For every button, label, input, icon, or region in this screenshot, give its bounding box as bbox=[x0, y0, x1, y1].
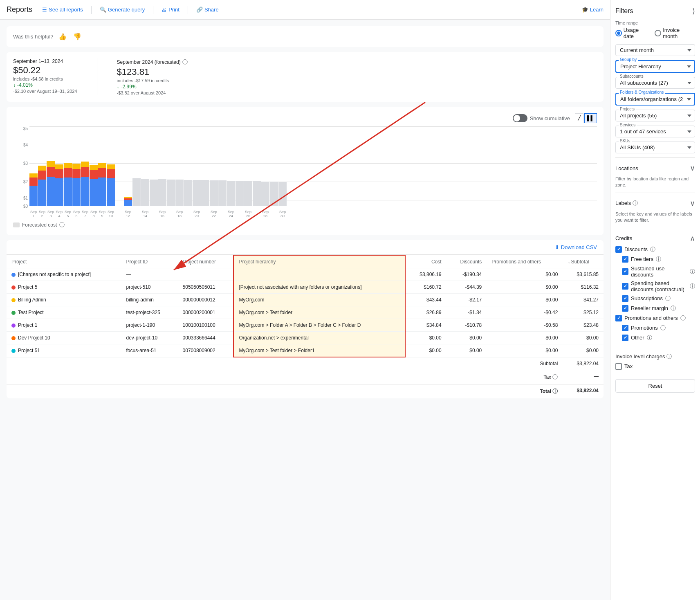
see-all-reports-link[interactable]: ☰ See all reports bbox=[39, 5, 86, 14]
promotions-help-icon[interactable]: ⓘ bbox=[680, 315, 686, 322]
other-checkbox[interactable]: Other ⓘ bbox=[615, 333, 695, 343]
project-dot bbox=[11, 336, 16, 340]
invoice-tax-checkbox[interactable]: Tax bbox=[615, 362, 695, 371]
sustained-use-checkbox[interactable]: Sustained use discounts ⓘ bbox=[615, 264, 695, 279]
skus-select[interactable]: All SKUs (408) bbox=[615, 142, 695, 153]
credits-section: Credits ∧ Discounts ⓘ Free tiers ⓘ Susta… bbox=[615, 232, 695, 343]
spending-based-checkbox[interactable]: Spending based discounts (contractual) ⓘ bbox=[615, 279, 695, 294]
usage-date-radio[interactable]: Usage date bbox=[615, 27, 650, 39]
discounts-help-icon[interactable]: ⓘ bbox=[650, 246, 655, 253]
bar-sep17 bbox=[167, 180, 175, 206]
cumulative-label: Show cumulative bbox=[530, 115, 570, 121]
learn-link[interactable]: 🎓 Learn bbox=[582, 7, 604, 13]
promotions-sub-help[interactable]: ⓘ bbox=[660, 324, 666, 332]
free-tiers-cb bbox=[622, 256, 628, 263]
bar-sep4 bbox=[55, 164, 63, 206]
subscriptions-checkbox[interactable]: Subscriptions ⓘ bbox=[615, 294, 695, 303]
col-project: Project bbox=[7, 255, 121, 268]
other-help[interactable]: ⓘ bbox=[647, 334, 652, 342]
subaccounts-select[interactable]: All subaccounts (27) bbox=[615, 77, 695, 89]
bar-sep21 bbox=[201, 180, 209, 206]
col-subtotal: ↓ Subtotal bbox=[563, 255, 604, 268]
project-cell: Project 5 bbox=[7, 281, 121, 294]
share-link[interactable]: 🔗 Share bbox=[193, 5, 222, 14]
projects-select[interactable]: All projects (55) bbox=[615, 110, 695, 121]
bar-sep9 bbox=[98, 163, 106, 206]
bar-sep14 bbox=[141, 179, 149, 206]
toggle-switch[interactable] bbox=[513, 114, 527, 122]
cost-table: Project Project ID Project number Projec… bbox=[7, 255, 604, 398]
thumbs-down-button[interactable]: 👎 bbox=[72, 31, 83, 42]
period1-change-note: -$2.10 over August 19–31, 2024 bbox=[13, 89, 77, 94]
labels-header[interactable]: Labels ⓘ ∨ bbox=[615, 197, 695, 209]
forecasted-help-icon[interactable]: ⓘ bbox=[59, 221, 65, 229]
services-select[interactable]: 1 out of 47 services bbox=[615, 126, 695, 137]
skus-wrapper: SKUs All SKUs (408) bbox=[615, 142, 695, 153]
reseller-margin-checkbox[interactable]: Reseller margin ⓘ bbox=[615, 303, 695, 313]
table-row: [Charges not specific to a project] — $3… bbox=[7, 268, 604, 281]
toggle-knob bbox=[514, 115, 520, 121]
folders-wrapper: Folders & Organizations All folders/orga… bbox=[615, 93, 695, 106]
divider-1 bbox=[615, 157, 695, 158]
generate-query-link[interactable]: 🔍 Generate query bbox=[96, 5, 148, 14]
free-tiers-help[interactable]: ⓘ bbox=[656, 256, 661, 263]
y-label-1: $1 bbox=[13, 196, 28, 200]
promotions-checkbox[interactable]: Promotions and others ⓘ bbox=[615, 313, 695, 323]
divider-2 bbox=[615, 193, 695, 193]
invoice-level-section: Invoice level charges ⓘ Tax bbox=[615, 351, 695, 371]
project-dot bbox=[11, 285, 16, 290]
stat-period1: September 1–13, 2024 $50.22 includes -$4… bbox=[13, 58, 77, 95]
spending-help[interactable]: ⓘ bbox=[690, 283, 695, 290]
group-by-select[interactable]: Project Hierarchy bbox=[615, 60, 695, 73]
col-discounts: Discounts bbox=[446, 255, 487, 268]
subtotal-row: Subtotal $3,822.04 bbox=[7, 357, 604, 370]
forecasted-legend-box bbox=[13, 222, 20, 227]
collapse-sidebar-icon[interactable]: ⟩ bbox=[692, 7, 695, 16]
services-wrapper: Services 1 out of 47 services bbox=[615, 126, 695, 137]
labels-help-icon[interactable]: ⓘ bbox=[633, 200, 638, 207]
bar-sep8 bbox=[90, 165, 98, 206]
discounts-checkbox[interactable]: Discounts ⓘ bbox=[615, 245, 695, 254]
total-help-icon[interactable]: ⓘ bbox=[552, 388, 558, 394]
line-chart-button[interactable]: ╱ bbox=[575, 113, 583, 123]
invoice-level-help-icon[interactable]: ⓘ bbox=[666, 353, 672, 360]
group-by-overlay-label: Group by bbox=[619, 57, 638, 62]
period2-change: ↓ -2.99% bbox=[117, 84, 188, 90]
credits-collapse-icon: ∧ bbox=[690, 234, 695, 243]
bar-sep19 bbox=[184, 180, 192, 206]
thumbs-up-button[interactable]: 👍 bbox=[57, 31, 68, 42]
promotions-sub-checkbox[interactable]: Promotions ⓘ bbox=[615, 323, 695, 333]
folders-select[interactable]: All folders/organizations (28) bbox=[615, 93, 695, 106]
bar-sep3 bbox=[47, 161, 55, 206]
bar-sep16 bbox=[158, 179, 166, 206]
reseller-help[interactable]: ⓘ bbox=[671, 305, 676, 312]
subscriptions-help[interactable]: ⓘ bbox=[665, 295, 671, 302]
bar-chart-button[interactable]: ▌▌ bbox=[584, 113, 597, 123]
current-month-select[interactable]: Current month bbox=[615, 44, 695, 56]
down-arrow-icon: ↓ bbox=[13, 82, 16, 88]
show-cumulative-toggle[interactable]: Show cumulative bbox=[513, 114, 570, 122]
y-label-0: $0 bbox=[13, 204, 28, 209]
helpful-text: Was this helpful? bbox=[13, 34, 54, 40]
invoice-month-radio[interactable]: Invoice month bbox=[655, 27, 695, 39]
invoice-tax-cb bbox=[615, 363, 622, 370]
bar-sep20 bbox=[193, 180, 201, 206]
tax-help-icon[interactable]: ⓘ bbox=[552, 374, 558, 380]
locations-header[interactable]: Locations ∨ bbox=[615, 162, 695, 174]
reset-button[interactable]: Reset bbox=[615, 379, 695, 393]
bar-sep26 bbox=[244, 181, 252, 206]
invoice-level-header[interactable]: Invoice level charges ⓘ bbox=[615, 351, 695, 362]
credits-header[interactable]: Credits ∧ bbox=[615, 232, 695, 245]
bar-sep18 bbox=[175, 180, 184, 206]
project-cell: Dev Project 10 bbox=[7, 332, 121, 344]
bar-chart-area bbox=[29, 126, 597, 206]
project-dot bbox=[11, 273, 16, 277]
download-csv-button[interactable]: ⬇ Download CSV bbox=[555, 244, 597, 250]
sustained-help[interactable]: ⓘ bbox=[690, 268, 695, 275]
bar-chart-wrapper: $5 $4 $3 $2 $1 $0 bbox=[13, 126, 597, 218]
forecast-help-icon[interactable]: ⓘ bbox=[182, 58, 188, 66]
project-dot bbox=[11, 311, 16, 315]
promotions-cb-box bbox=[615, 315, 622, 321]
print-link[interactable]: 🖨 Print bbox=[158, 5, 183, 14]
free-tiers-checkbox[interactable]: Free tiers ⓘ bbox=[615, 254, 695, 264]
